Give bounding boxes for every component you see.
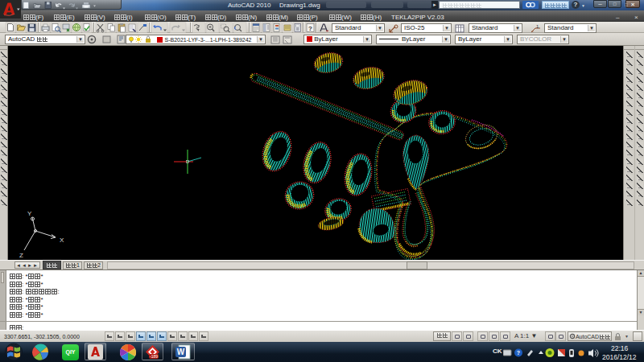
svg-text:Z: Z: [19, 252, 23, 259]
svg-text:Y: Y: [27, 210, 32, 217]
svg-text:?: ?: [517, 350, 520, 356]
svg-text:W: W: [177, 348, 185, 356]
svg-text:X: X: [60, 237, 64, 244]
